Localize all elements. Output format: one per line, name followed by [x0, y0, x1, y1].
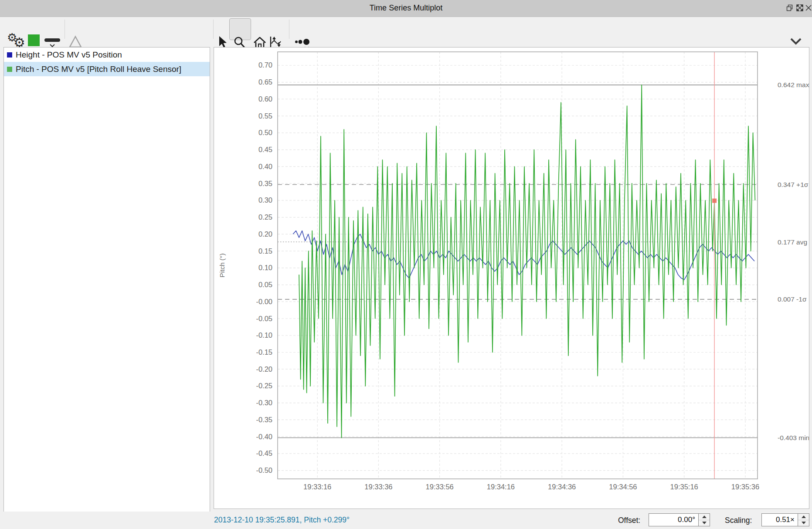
x-tick-label: 19:34:36 [548, 483, 576, 491]
series-color-icon [7, 52, 12, 58]
cursor-readout: 2013-12-10 19:35:25.891, Pitch +0.299° [214, 515, 350, 525]
chevron-down-icon [790, 38, 802, 45]
x-tick-label: 19:33:16 [303, 483, 331, 491]
y-tick-label: 0.35 [258, 180, 272, 187]
triangle-icon [68, 35, 82, 48]
float-window-icon[interactable] [786, 4, 794, 12]
y-tick-label: -0.05 [256, 315, 272, 322]
y-tick-label: 0.45 [258, 146, 272, 153]
offset-spinner[interactable] [699, 513, 710, 526]
x-tick-label: 19:35:16 [670, 483, 698, 491]
dots-icon [294, 38, 312, 46]
y-tick-label: -0.10 [256, 331, 272, 339]
spinner-down-icon[interactable] [699, 520, 710, 526]
y-tick-label: -0.35 [256, 416, 272, 424]
y-tick-label: 0.10 [258, 264, 272, 271]
y-tick-label: -0.50 [256, 466, 272, 474]
y-tick-label: 0.50 [258, 129, 272, 136]
x-tick-label: 19:34:56 [609, 483, 637, 491]
stat-line-label: 0.177 avg [778, 238, 807, 246]
y-tick-label: 0.60 [258, 95, 272, 103]
y-tick-label: -0.15 [256, 348, 272, 356]
toolbar-separator [289, 20, 289, 39]
stat-line-label: 0.347 +1σ [778, 181, 809, 188]
stat-line-label: -0.403 min [778, 434, 809, 441]
window-title: Time Series Multiplot [0, 3, 812, 13]
time-series-plot[interactable]: 0.642 max0.347 +1σ0.177 avg0.007 -1σ-0.4… [214, 47, 809, 509]
y-tick-label: -0.25 [256, 382, 272, 390]
series-color-icon [7, 67, 12, 72]
chart-panel: 0.642 max0.347 +1σ0.177 avg0.007 -1σ-0.4… [214, 47, 809, 509]
scaling-input[interactable] [761, 513, 798, 526]
title-bar: Time Series Multiplot [0, 0, 812, 17]
x-tick-label: 19:35:36 [731, 483, 759, 491]
x-tick-label: 19:33:56 [426, 483, 454, 491]
y-tick-label: -0.40 [256, 433, 272, 441]
y-tick-label: 0.05 [258, 281, 272, 288]
stat-line-label: 0.007 -1σ [778, 295, 807, 303]
status-bar: 2013-12-10 19:35:25.891, Pitch +0.299° O… [0, 512, 812, 529]
y-axis-title: Pitch (°) [218, 253, 226, 277]
legend-item-1[interactable]: Pitch - POS MV v5 [Pitch Roll Heave Sens… [4, 62, 210, 76]
y-tick-label: -0.20 [256, 365, 272, 373]
y-tick-label: -0.45 [256, 449, 272, 457]
scaling-label: Scaling: [725, 516, 752, 525]
y-tick-label: 0.15 [258, 247, 272, 255]
y-tick-label: -0.30 [256, 399, 272, 407]
collapse-panel-button[interactable] [790, 38, 802, 45]
stat-line-label: 0.642 max [778, 81, 809, 88]
legend-list: Height - POS MV v5 PositionPitch - POS M… [4, 47, 210, 76]
x-tick-label: 19:34:16 [487, 483, 515, 491]
y-tick-label: 0.30 [258, 196, 272, 204]
series-label: Pitch - POS MV v5 [Pitch Roll Heave Sens… [16, 64, 181, 74]
y-tick-label: 0.65 [258, 78, 272, 86]
legend-item-0[interactable]: Height - POS MV v5 Position [4, 47, 210, 62]
toolbar-separator [213, 20, 214, 39]
y-tick-label: 0.70 [258, 61, 272, 69]
y-tick-label: -0.00 [256, 298, 272, 305]
scaling-spinner[interactable] [798, 513, 809, 526]
offset-label: Offset: [618, 516, 640, 525]
time-series-multiplot-window: { "window": { "title": "Time Series Mult… [0, 0, 812, 529]
close-icon[interactable] [805, 4, 812, 12]
line-style-button[interactable] [44, 38, 60, 47]
series-label: Height - POS MV v5 Position [16, 50, 122, 60]
x-tick-label: 19:33:36 [364, 483, 392, 491]
line-style-icon [44, 38, 60, 42]
toolbar-separator [65, 20, 65, 39]
y-tick-label: 0.40 [258, 163, 272, 170]
toolbar: ⚙ ⚙ [0, 17, 812, 46]
maximize-icon[interactable] [796, 4, 804, 12]
y-tick-label: 0.25 [258, 213, 272, 221]
line-color-button[interactable] [28, 34, 40, 46]
y-tick-label: 0.20 [258, 230, 272, 238]
spinner-up-icon[interactable] [699, 514, 710, 520]
marker-style-button[interactable] [68, 35, 82, 48]
y-tick-label: 0.55 [258, 112, 272, 120]
color-swatch-icon [28, 34, 40, 46]
spinner-up-icon[interactable] [798, 514, 809, 520]
offset-input[interactable] [649, 513, 699, 526]
series-list-panel: Height - POS MV v5 PositionPitch - POS M… [3, 47, 210, 519]
spinner-down-icon[interactable] [798, 520, 809, 526]
